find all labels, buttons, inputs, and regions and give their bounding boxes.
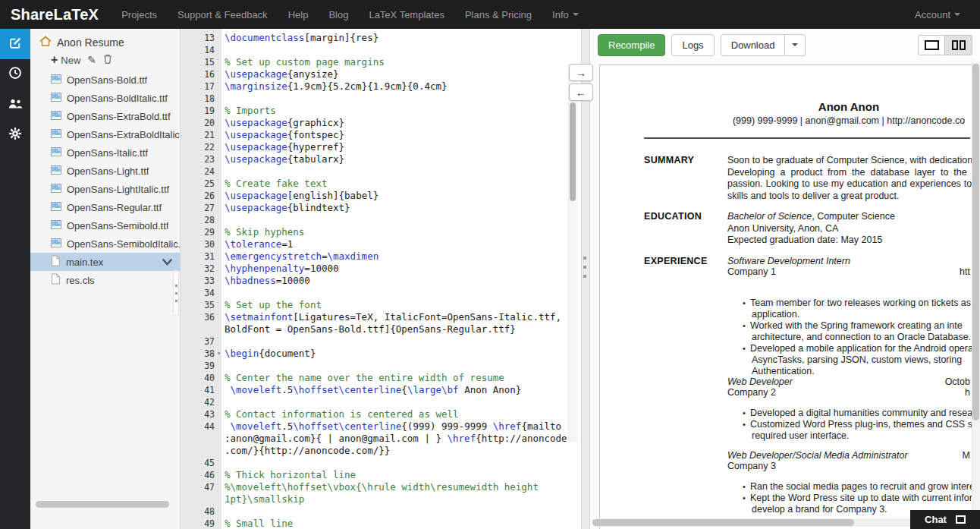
pdf-preview-area[interactable]: Anon Anon (999) 999-9999 | anon@gmail.co… xyxy=(590,61,980,529)
code-line[interactable]: 16\usepackage{anysize} xyxy=(181,68,581,80)
file-tree-resize-grip[interactable] xyxy=(173,270,179,316)
nav-item-help[interactable]: Help xyxy=(288,9,309,20)
code-line[interactable]: 26\usepackage[english]{babel} xyxy=(181,190,581,202)
nav-item-info[interactable]: Info xyxy=(552,9,579,20)
nav-item-label: Projects xyxy=(121,9,157,20)
code-line[interactable]: 29% Skip hyphens xyxy=(181,226,581,238)
line-number: 38▾ xyxy=(181,348,221,360)
nav-item-plans-pricing[interactable]: Plans & Pricing xyxy=(465,9,532,20)
code-line[interactable]: 19% Imports xyxy=(181,105,581,117)
file-tree-item[interactable]: OpenSans-ExtraBold.ttf xyxy=(30,107,180,125)
pdf-vertical-scrollbar[interactable] xyxy=(972,62,980,510)
code-line[interactable]: 48 xyxy=(181,505,581,518)
code-line[interactable]: 47%\moveleft\hoffset\vbox{\hrule width\r… xyxy=(181,481,581,493)
nav-item-projects[interactable]: Projects xyxy=(121,9,157,20)
job-dates-clipped: M xyxy=(963,450,970,461)
file-tree-item[interactable]: OpenSans-Light.ttf xyxy=(30,162,180,180)
code-line[interactable]: 41 \moveleft.5\hoffset\centerline{\large… xyxy=(181,384,581,396)
nav-item-blog[interactable]: Blog xyxy=(328,9,348,20)
file-tree-item[interactable]: OpenSans-Bold.ttf xyxy=(30,71,180,89)
code-line[interactable]: 36\setmainfont[Ligatures=TeX, ItalicFont… xyxy=(181,311,581,323)
code-line[interactable]: 44 \moveleft.5\hoffset\centerline{(999) … xyxy=(181,420,581,433)
expand-right-button[interactable]: → xyxy=(569,64,593,81)
code-line[interactable]: 25% Create fake text xyxy=(181,178,581,190)
file-tree-item[interactable]: OpenSans-ExtraBoldItalic.ttf xyxy=(30,125,180,143)
code-line[interactable]: 20\usepackage{graphicx} xyxy=(181,117,581,129)
pdf-vertical-scrollbar-thumb[interactable] xyxy=(972,64,979,420)
summary-line: passion. Looking to use my education and… xyxy=(727,178,978,191)
file-tree-item[interactable]: OpenSans-Semibold.ttf xyxy=(30,216,180,235)
rail-item-history[interactable] xyxy=(0,59,30,90)
code-line[interactable]: BoldFont = OpenSans-Bold.ttf]{OpenSans-R… xyxy=(181,323,581,335)
code-line[interactable]: :anon@gmail.com}{ | anon@gmail.com | } \… xyxy=(181,433,581,445)
code-line[interactable]: 42 xyxy=(181,396,581,408)
new-file-button[interactable]: + New xyxy=(51,55,80,66)
code-line[interactable]: 14 xyxy=(181,44,581,56)
delete-trash-icon[interactable] xyxy=(103,54,112,66)
code-line[interactable]: 23\usepackage{tabularx} xyxy=(181,153,581,165)
code-line[interactable]: 49% Small line xyxy=(181,518,581,529)
code-line[interactable]: 1pt}\smallskip xyxy=(181,493,581,505)
home-icon xyxy=(39,36,52,49)
code-line[interactable]: 24 xyxy=(181,165,581,178)
rail-item-editor[interactable] xyxy=(0,29,30,59)
code-line[interactable]: 38▾\begin{document} xyxy=(181,348,581,360)
file-tree-horizontal-scrollbar[interactable] xyxy=(36,501,169,508)
code-editor[interactable]: 13\documentclass[margin]{res}1415% Set u… xyxy=(181,29,581,529)
code-line[interactable]: .com/}{http://anoncode.com/}} xyxy=(181,445,581,457)
code-line[interactable]: 33\hbadness=10000 xyxy=(181,275,581,287)
file-tree-item[interactable]: OpenSans-SemiboldItalic.ttf xyxy=(30,235,180,253)
code-line[interactable]: 21\usepackage{fontspec} xyxy=(181,129,581,141)
recompile-button[interactable]: Recompile xyxy=(598,34,665,56)
file-tree-item[interactable]: OpenSans-BoldItalic.ttf xyxy=(30,89,180,107)
nav-item-latex-templates[interactable]: LaTeX Templates xyxy=(369,9,444,20)
file-tree-item[interactable]: main.tex xyxy=(30,253,180,271)
download-dropdown-button[interactable] xyxy=(785,34,806,56)
rail-item-settings[interactable] xyxy=(0,120,30,150)
code-line[interactable]: 27\usepackage{blindtext} xyxy=(181,202,581,214)
download-button[interactable]: Download xyxy=(721,34,786,56)
code-line[interactable]: 34 xyxy=(181,287,581,299)
code-line[interactable]: 18 xyxy=(181,93,581,105)
account-menu[interactable]: Account xyxy=(915,9,960,20)
chat-button[interactable]: Chat xyxy=(910,510,980,529)
full-width-layout-button[interactable] xyxy=(918,35,945,55)
line-number xyxy=(181,445,221,457)
split-layout-button[interactable] xyxy=(945,35,972,55)
chevron-down-icon[interactable] xyxy=(162,257,172,268)
code-line[interactable]: 46% Thick horizontal line xyxy=(181,469,581,481)
code-line[interactable]: 28 xyxy=(181,214,581,226)
code-text: % Set up custom page margins xyxy=(221,56,581,68)
project-row[interactable]: Anon Resume xyxy=(30,29,180,52)
code-line[interactable]: 15% Set up custom page margins xyxy=(181,56,581,68)
file-tree-item[interactable]: OpenSans-LightItalic.ttf xyxy=(30,180,180,198)
pdf-horizontal-scrollbar-thumb[interactable] xyxy=(592,519,854,526)
code-line[interactable]: 40% Center the name over the entire widt… xyxy=(181,372,581,384)
line-number: 39 xyxy=(181,360,221,372)
code-text xyxy=(221,505,581,518)
file-tree-item[interactable]: res.cls xyxy=(30,271,180,289)
line-number: 33 xyxy=(181,275,221,287)
code-line[interactable]: 22\usepackage{hyperref} xyxy=(181,141,581,153)
code-line[interactable]: 35% Set up the font xyxy=(181,299,581,311)
editor-scrollbar-thumb[interactable] xyxy=(570,102,576,201)
logs-button[interactable]: Logs xyxy=(671,34,714,56)
code-line[interactable]: 45 xyxy=(181,457,581,469)
nav-item-support-feedback[interactable]: Support & Feedback xyxy=(177,9,268,20)
file-tree-item[interactable]: OpenSans-Italic.ttf xyxy=(30,143,180,162)
code-line[interactable]: 31\emergencystretch=\maxdimen xyxy=(181,250,581,263)
code-line[interactable]: 37 xyxy=(181,335,581,348)
code-line[interactable]: 13\documentclass[margin]{res} xyxy=(181,32,581,44)
sharelatex-logo[interactable]: ShareLaTeX xyxy=(11,6,99,24)
pane-resizer[interactable]: → ← xyxy=(581,29,590,529)
fold-arrow-icon[interactable]: ▾ xyxy=(217,348,221,360)
code-line[interactable]: 32\hyphenpenalty=10000 xyxy=(181,263,581,275)
rename-pencil-icon[interactable]: ✎ xyxy=(87,54,96,66)
file-tree-item[interactable]: OpenSans-Regular.ttf xyxy=(30,198,180,216)
expand-left-button[interactable]: ← xyxy=(569,83,593,101)
code-line[interactable]: 39 xyxy=(181,360,581,372)
code-line[interactable]: 30\tolerance=1 xyxy=(181,238,581,250)
code-line[interactable]: 43% Contact information is centered as w… xyxy=(181,408,581,420)
rail-item-collaborators[interactable] xyxy=(0,90,30,120)
code-line[interactable]: 17\marginsize{1.9cm}{5.2cm}{1.9cm}{0.4cm… xyxy=(181,80,581,93)
